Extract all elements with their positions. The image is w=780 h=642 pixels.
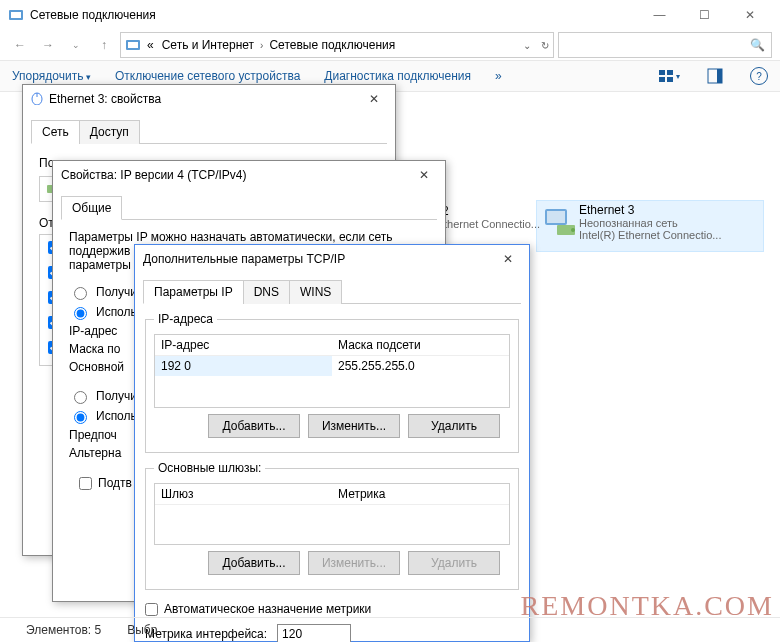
breadcrumb-seg1[interactable]: Сеть и Интернет	[160, 38, 256, 52]
radio-ip-manual[interactable]	[74, 307, 87, 320]
dialog-title: Дополнительные параметры TCP/IP	[143, 252, 345, 266]
delete-gateway-button: Удалить	[408, 551, 500, 575]
search-input[interactable]: 🔍	[558, 32, 772, 58]
label-auto-metric: Автоматическое назначение метрики	[164, 602, 371, 616]
dialog-title: Свойства: IP версии 4 (TCP/IPv4)	[61, 168, 247, 182]
view-options-icon[interactable]: ▾	[658, 65, 680, 87]
radio-dns-auto[interactable]	[74, 391, 87, 404]
minimize-button[interactable]: —	[637, 0, 682, 30]
breadcrumb-seg2[interactable]: Сетевые подключения	[267, 38, 397, 52]
app-icon	[8, 7, 24, 23]
close-button[interactable]: ✕	[727, 0, 772, 30]
col-mask: Маска подсети	[332, 335, 509, 355]
radio-dns-manual[interactable]	[74, 411, 87, 424]
adapter-ethernet3[interactable]: Ethernet 3 Неопознанная сеть Intel(R) Et…	[536, 200, 764, 252]
tab-ip-settings[interactable]: Параметры IP	[143, 280, 244, 304]
group-gateways: Основные шлюзы: Шлюз Метрика Добавить...…	[145, 461, 519, 590]
tab-wins[interactable]: WINS	[289, 280, 342, 304]
disable-device-button[interactable]: Отключение сетевого устройства	[115, 69, 300, 83]
maximize-button[interactable]: ☐	[682, 0, 727, 30]
checkbox-validate[interactable]	[79, 477, 92, 490]
svg-rect-5	[667, 70, 673, 75]
address-dropdown-icon[interactable]: ⌄	[523, 40, 531, 51]
refresh-icon[interactable]: ↻	[541, 40, 549, 51]
dialog-advanced-tcpip: Дополнительные параметры TCP/IP ✕ Параме…	[134, 244, 530, 642]
mask-value: 255.255.255.0	[332, 356, 509, 376]
svg-rect-1	[11, 12, 21, 18]
svg-rect-9	[717, 69, 722, 83]
tab-network[interactable]: Сеть	[31, 120, 80, 144]
svg-rect-7	[667, 77, 673, 82]
diagnose-button[interactable]: Диагностика подключения	[324, 69, 471, 83]
svg-rect-11	[547, 211, 565, 223]
edit-gateway-button: Изменить...	[308, 551, 400, 575]
tab-general[interactable]: Общие	[61, 196, 122, 220]
radio-ip-auto[interactable]	[74, 287, 87, 300]
recent-chevron-icon[interactable]: ⌄	[64, 33, 88, 57]
address-bar[interactable]: « Сеть и Интернет › Сетевые подключения …	[120, 32, 554, 58]
adapter-status: Неопознанная сеть	[579, 217, 721, 229]
edit-ip-button[interactable]: Изменить...	[308, 414, 400, 438]
dialog-title: Ethernet 3: свойства	[49, 92, 161, 106]
adapter-device: Intel(R) Ethernet Connectio...	[579, 229, 721, 241]
delete-ip-button[interactable]: Удалить	[408, 414, 500, 438]
nic-icon	[543, 203, 579, 239]
status-selected: Выбр	[127, 623, 157, 637]
group-ip-addresses: IP-адреса IP-адрес Маска подсети 192 0 2…	[145, 312, 519, 453]
close-icon[interactable]: ✕	[495, 249, 521, 269]
svg-rect-6	[659, 77, 665, 82]
add-ip-button[interactable]: Добавить...	[208, 414, 300, 438]
close-icon[interactable]: ✕	[361, 89, 387, 109]
add-gateway-button[interactable]: Добавить...	[208, 551, 300, 575]
breadcrumb-root[interactable]: «	[145, 38, 156, 52]
close-icon[interactable]: ✕	[411, 165, 437, 185]
forward-button[interactable]: →	[36, 33, 60, 57]
status-item-count: Элементов: 5	[26, 623, 101, 637]
location-icon	[125, 37, 141, 53]
adapter-name: Ethernet 3	[579, 203, 721, 217]
tab-dns[interactable]: DNS	[243, 280, 290, 304]
svg-point-13	[571, 228, 575, 232]
back-button[interactable]: ←	[8, 33, 32, 57]
help-icon[interactable]: ?	[750, 67, 768, 85]
window-title: Сетевые подключения	[30, 8, 156, 22]
svg-rect-3	[128, 42, 138, 48]
chevron-right-icon: ›	[260, 40, 263, 51]
ip-list[interactable]: IP-адрес Маска подсети 192 0 255.255.255…	[154, 334, 510, 408]
tab-access[interactable]: Доступ	[79, 120, 140, 144]
col-gateway: Шлюз	[155, 484, 332, 504]
mouse-icon	[31, 91, 43, 108]
col-ip: IP-адрес	[155, 335, 332, 355]
ip-value[interactable]: 192 0	[155, 356, 332, 376]
search-icon: 🔍	[750, 38, 765, 52]
svg-rect-4	[659, 70, 665, 75]
checkbox-auto-metric[interactable]	[145, 603, 158, 616]
col-metric: Метрика	[332, 484, 509, 504]
details-pane-icon[interactable]	[704, 65, 726, 87]
more-commands[interactable]: »	[495, 69, 502, 83]
up-button[interactable]: ↑	[92, 33, 116, 57]
organize-menu[interactable]: Упорядочить	[12, 69, 91, 83]
gateway-list[interactable]: Шлюз Метрика	[154, 483, 510, 545]
